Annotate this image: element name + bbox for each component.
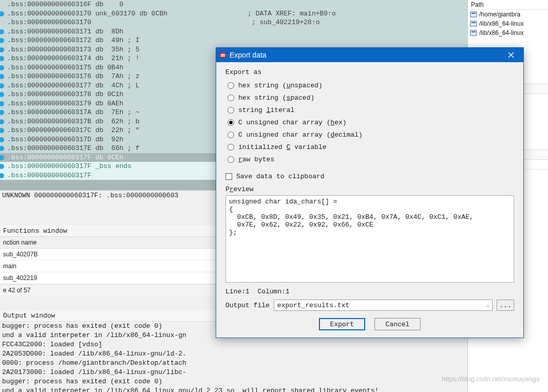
cancel-button[interactable]: Cancel (374, 318, 421, 330)
svg-rect-2 (470, 21, 477, 26)
breakpoint-dot-icon[interactable] (0, 110, 4, 115)
disasm-text: .bss:000000000060317C db 22h ; " (7, 126, 139, 135)
browse-button[interactable]: ... (497, 300, 514, 311)
dialog-titlebar[interactable]: Export data (216, 48, 523, 62)
disasm-line[interactable]: .bss:0000000000603170 ; sub_402219+28↑o (0, 18, 467, 27)
breakpoint-dot-icon[interactable] (0, 83, 4, 88)
radio-button[interactable] (228, 132, 234, 138)
export-option-label: string literal (238, 106, 294, 114)
svg-rect-3 (471, 22, 476, 23)
module-row[interactable]: /lib/x86_64-linux (468, 19, 548, 28)
export-option-row[interactable]: hex string (spaced) (225, 91, 514, 104)
export-as-group-label: Export as (225, 68, 514, 76)
output-line: bugger: process has exited (exit code 0) (0, 377, 467, 386)
disasm-text: .bss:0000000000603170 unk_603170 db 0CBh… (7, 9, 336, 18)
output-line: 0000: process /home/giantbranch/Desktop/… (0, 359, 467, 368)
breakpoint-dot-icon[interactable] (0, 164, 4, 169)
disasm-text: .bss:0000000000603170 ; sub_402219+28↑o (7, 18, 320, 27)
breakpoint-dot-icon[interactable] (0, 74, 4, 79)
export-data-dialog: Export data Export as hex string (unspac… (216, 47, 524, 338)
disasm-text: .bss:0000000000603173 db 35h ; 5 (7, 45, 139, 54)
breakpoint-dot-icon[interactable] (0, 47, 4, 52)
dialog-title-text: Export data (230, 51, 267, 59)
breakpoint-dot-icon[interactable] (0, 11, 4, 16)
disasm-line[interactable]: .bss:0000000000603171 db 8Dh (0, 27, 467, 36)
export-option-row[interactable]: hex string (unspaced) (225, 79, 514, 91)
disasm-text: .bss:0000000000603174 db 21h ; ! (7, 54, 139, 63)
disasm-text: .bss:000000000060317F db 0CEh (7, 153, 123, 162)
export-option-label: raw bytes (238, 156, 274, 163)
preview-textbox[interactable]: unsigned char ida_chars[] = { 0xCB, 0x8D… (225, 195, 514, 283)
modules-path-header[interactable]: Path (468, 0, 548, 10)
disasm-text: .bss:000000000060317E db 66h ; f (7, 144, 139, 153)
disasm-text: .bss:0000000000603176 db 7Ah ; z (7, 72, 139, 81)
export-option-label: C unsigned char array (decimal) (238, 131, 363, 139)
svg-rect-8 (221, 55, 225, 57)
export-option-row[interactable]: string literal (225, 104, 514, 116)
disasm-line[interactable]: .bss:000000000060316F db 0 (0, 0, 467, 9)
breakpoint-dot-icon[interactable] (0, 38, 4, 43)
module-path: /lib/x86_64-linux (479, 20, 524, 27)
radio-button[interactable] (228, 119, 234, 126)
disasm-text: .bss:000000000060317A db 7Eh ; ~ (7, 108, 139, 117)
radio-button[interactable] (228, 156, 234, 163)
breakpoint-dot-icon[interactable] (0, 92, 4, 97)
export-option-label: hex string (unspaced) (238, 82, 323, 89)
export-option-row[interactable]: raw bytes (225, 153, 514, 165)
export-option-row[interactable]: C unsigned char array (hex) (225, 116, 514, 128)
disasm-text: .bss:000000000060316F db 0 (7, 0, 123, 9)
disasm-text: .bss:000000000060317D db 92h (7, 135, 123, 144)
output-file-combobox[interactable]: export_results.txt ⌵ (274, 300, 493, 311)
disasm-text: .bss:0000000000603171 db 8Dh (7, 27, 123, 36)
breakpoint-dot-icon[interactable] (0, 128, 4, 133)
svg-rect-0 (470, 12, 477, 17)
breakpoint-dot-icon[interactable] (0, 101, 4, 106)
svg-rect-7 (221, 54, 225, 55)
output-line: und a valid interpeter in /lib/x86_64 li… (0, 386, 467, 392)
module-icon (470, 29, 477, 36)
radio-button[interactable] (228, 82, 234, 89)
module-icon (470, 11, 477, 18)
disasm-text: .bss:000000000060317F _bss ends (7, 162, 131, 171)
export-option-row[interactable]: C unsigned char array (decimal) (225, 128, 514, 141)
disasm-text: .bss:0000000000603179 db 0AEh (7, 99, 123, 108)
disasm-line[interactable]: .bss:0000000000603172 db 49h ; I (0, 36, 467, 45)
breakpoint-dot-icon[interactable] (0, 173, 4, 178)
output-file-label: Output file (225, 302, 270, 309)
radio-button[interactable] (228, 144, 234, 151)
module-row[interactable]: /lib/x86_64-linux (468, 28, 548, 38)
dialog-icon (219, 51, 226, 59)
export-option-row[interactable]: initialized C variable (225, 141, 514, 153)
save-to-clipboard-checkbox-row[interactable]: Save data to clipboard (225, 173, 514, 180)
export-button[interactable]: Export (319, 318, 365, 330)
svg-rect-1 (471, 13, 476, 14)
save-to-clipboard-label: Save data to clipboard (236, 173, 325, 180)
output-line: 2A20173000: loaded /lib/x86_64-linux-gnu… (0, 368, 467, 377)
module-path: /home/giantbra (479, 11, 520, 18)
breakpoint-dot-icon[interactable] (0, 155, 4, 160)
disasm-line[interactable]: .bss:0000000000603170 unk_603170 db 0CBh… (0, 9, 467, 18)
svg-rect-4 (470, 30, 477, 35)
preview-label: Preview (225, 185, 514, 193)
radio-button[interactable] (228, 95, 234, 101)
line-column-status: Line:1 Column:1 (225, 288, 514, 295)
breakpoint-dot-icon[interactable] (0, 137, 4, 142)
chevron-down-icon: ⌵ (486, 302, 490, 308)
disasm-text: .bss:000000000060317B db 62h ; b (7, 117, 139, 126)
save-to-clipboard-checkbox[interactable] (225, 173, 232, 180)
export-option-label: hex string (spaced) (238, 94, 314, 102)
radio-button[interactable] (228, 107, 234, 114)
disasm-text: .bss:000000000060317F (7, 171, 91, 180)
breakpoint-dot-icon[interactable] (0, 65, 4, 70)
breakpoint-dot-icon[interactable] (0, 146, 4, 151)
disasm-text: .bss:0000000000603177 db 4Ch ; L (7, 81, 139, 90)
disasm-text: .bss:0000000000603172 db 49h ; I (7, 36, 139, 45)
dialog-close-button[interactable] (502, 49, 520, 61)
module-path: /lib/x86_64-linux (479, 29, 524, 36)
export-option-label: C unsigned char array (hex) (238, 119, 347, 126)
breakpoint-dot-icon[interactable] (0, 56, 4, 61)
close-icon (508, 52, 514, 58)
breakpoint-dot-icon[interactable] (0, 29, 4, 34)
breakpoint-dot-icon[interactable] (0, 119, 4, 124)
module-row[interactable]: /home/giantbra (468, 10, 548, 19)
